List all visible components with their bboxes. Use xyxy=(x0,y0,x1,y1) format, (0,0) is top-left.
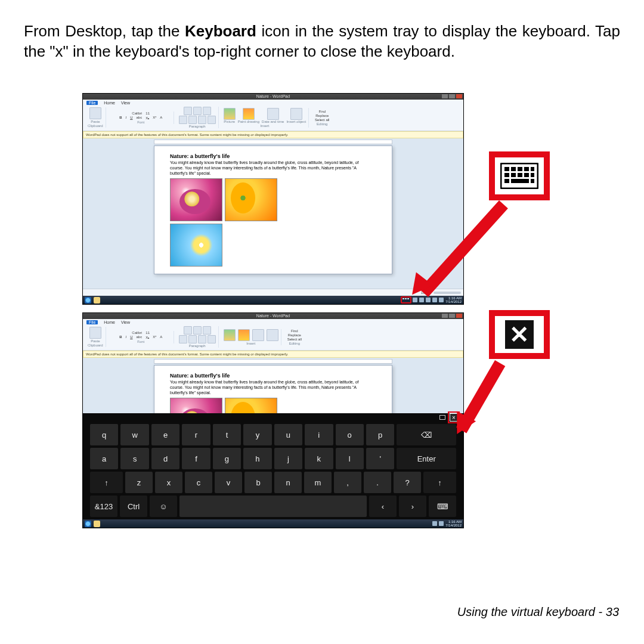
paste-button[interactable] xyxy=(89,327,101,339)
osk-dock-button[interactable] xyxy=(439,415,445,420)
key-n[interactable]: n xyxy=(274,472,302,493)
key-e[interactable]: e xyxy=(151,424,179,445)
sup-button[interactable]: X² xyxy=(151,116,157,120)
key-enter[interactable]: Enter xyxy=(397,448,456,469)
key-emoji[interactable]: ☺ xyxy=(150,496,177,517)
insert-paint-button[interactable] xyxy=(243,108,255,120)
align-left-button[interactable] xyxy=(179,335,187,343)
key-?[interactable]: ? xyxy=(394,472,421,493)
select-all-button[interactable]: Select all xyxy=(314,118,330,122)
bold-button[interactable]: B xyxy=(118,116,123,120)
key-.[interactable]: . xyxy=(364,472,391,493)
key-q[interactable]: q xyxy=(90,424,118,445)
color-button[interactable]: A xyxy=(159,335,163,339)
paste-button[interactable] xyxy=(89,107,101,119)
insert-picture-button[interactable] xyxy=(224,329,236,341)
tab-view[interactable]: View xyxy=(121,101,130,105)
indent-button[interactable] xyxy=(193,326,202,335)
key-f[interactable]: f xyxy=(182,448,210,469)
key-w[interactable]: w xyxy=(120,424,148,445)
find-button[interactable]: Find xyxy=(317,110,327,113)
key-ctrl[interactable]: Ctrl xyxy=(120,496,147,517)
tab-file[interactable]: File xyxy=(86,101,98,105)
taskbar-ie-icon[interactable] xyxy=(85,521,91,527)
align-center-button[interactable] xyxy=(188,116,197,124)
key-'[interactable]: ' xyxy=(366,448,394,469)
font-size[interactable]: 11 xyxy=(144,112,151,115)
close-window-button[interactable] xyxy=(456,314,462,318)
key-shift-left[interactable]: ↑ xyxy=(90,472,123,493)
key-m[interactable]: m xyxy=(304,472,332,493)
key-o[interactable]: o xyxy=(336,424,364,445)
key-d[interactable]: d xyxy=(151,448,179,469)
key-t[interactable]: t xyxy=(213,424,241,445)
key-u[interactable]: u xyxy=(274,424,302,445)
insert-date-button[interactable] xyxy=(252,329,264,341)
replace-button[interactable]: Replace xyxy=(314,114,330,117)
key-z[interactable]: z xyxy=(125,472,153,493)
tray-volume-icon[interactable] xyxy=(439,298,444,302)
sup-button[interactable]: X² xyxy=(151,335,157,339)
insert-picture-button[interactable] xyxy=(224,108,236,120)
key-symbols[interactable]: &123 xyxy=(90,496,117,517)
key-left[interactable]: ‹ xyxy=(369,496,397,517)
align-left-button[interactable] xyxy=(179,116,187,124)
italic-button[interactable]: I xyxy=(124,335,128,339)
align-center-button[interactable] xyxy=(188,335,197,343)
insert-date-button[interactable] xyxy=(267,108,279,120)
key-k[interactable]: k xyxy=(305,448,333,469)
document-page[interactable]: Nature: a butterfly's life You might alr… xyxy=(154,145,392,274)
minimize-button[interactable] xyxy=(442,94,448,98)
tab-home[interactable]: Home xyxy=(104,101,115,105)
maximize-button[interactable] xyxy=(449,94,455,98)
key-a[interactable]: a xyxy=(90,448,118,469)
find-button[interactable]: Find xyxy=(290,329,299,333)
close-window-button[interactable] xyxy=(456,94,462,98)
key-s[interactable]: s xyxy=(120,448,148,469)
strike-button[interactable]: abc xyxy=(135,335,144,339)
key-r[interactable]: r xyxy=(182,424,210,445)
underline-button[interactable]: U xyxy=(129,116,134,120)
sub-button[interactable]: X₂ xyxy=(144,335,150,339)
tray-clock[interactable]: 1:16 AM 7/14/2012 xyxy=(445,520,462,527)
key-layout[interactable]: ⌨ xyxy=(429,496,456,517)
italic-button[interactable]: I xyxy=(124,116,128,120)
key-space[interactable] xyxy=(179,496,367,517)
list-button[interactable] xyxy=(184,326,192,335)
key-p[interactable]: p xyxy=(366,424,394,445)
list-button[interactable] xyxy=(184,107,192,115)
key-j[interactable]: j xyxy=(274,448,302,469)
tray-icon[interactable] xyxy=(439,521,444,526)
maximize-button[interactable] xyxy=(449,314,455,318)
key-x[interactable]: x xyxy=(155,472,182,493)
insert-object-button[interactable] xyxy=(290,108,302,120)
tab-home[interactable]: Home xyxy=(104,320,115,324)
align-justify-button[interactable] xyxy=(208,335,216,343)
replace-button[interactable]: Replace xyxy=(287,333,302,337)
align-right-button[interactable] xyxy=(198,116,206,124)
outdent-button[interactable] xyxy=(203,326,211,335)
align-justify-button[interactable] xyxy=(208,116,216,124)
tab-file[interactable]: File xyxy=(86,320,98,324)
taskbar-ie-icon[interactable] xyxy=(85,297,91,304)
font-name[interactable]: Calibri xyxy=(131,112,143,115)
insert-object-button[interactable] xyxy=(267,329,278,341)
taskbar-explorer-icon[interactable] xyxy=(94,297,100,304)
font-size[interactable]: 11 xyxy=(144,331,151,335)
key-i[interactable]: i xyxy=(305,424,333,445)
zoom-slider[interactable] xyxy=(434,292,461,294)
sub-button[interactable]: X₂ xyxy=(144,116,150,120)
insert-paint-button[interactable] xyxy=(238,329,250,341)
tray-network-icon[interactable] xyxy=(432,298,437,302)
key-y[interactable]: y xyxy=(243,424,271,445)
tray-icon[interactable] xyxy=(432,521,437,526)
underline-button[interactable]: U xyxy=(129,335,134,339)
bold-button[interactable]: B xyxy=(118,335,123,339)
key-h[interactable]: h xyxy=(243,448,271,469)
align-right-button[interactable] xyxy=(198,335,206,343)
indent-button[interactable] xyxy=(193,107,202,115)
key-g[interactable]: g xyxy=(213,448,241,469)
key-shift-right[interactable]: ↑ xyxy=(423,472,456,493)
key-b[interactable]: b xyxy=(244,472,272,493)
outdent-button[interactable] xyxy=(203,107,211,115)
